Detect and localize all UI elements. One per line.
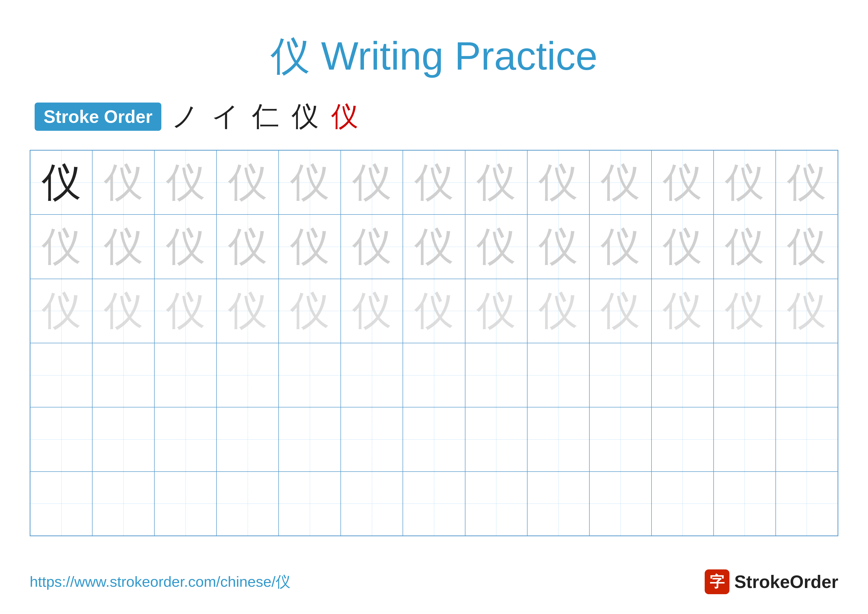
grid-cell: 仪 (776, 279, 838, 343)
grid-cell (714, 407, 776, 471)
stroke-step-2: イ (212, 98, 240, 135)
grid-char: 仪 (228, 284, 268, 337)
grid-cell (527, 472, 589, 536)
grid-cell: 仪 (714, 279, 776, 343)
grid-cell (403, 343, 465, 407)
grid-cell (527, 407, 589, 471)
grid-char: 仪 (290, 156, 330, 209)
grid-cell (651, 407, 714, 471)
grid-cell (154, 472, 217, 536)
grid-char: 仪 (476, 156, 516, 209)
logo-icon: 字 (705, 569, 729, 594)
grid-cell: 仪 (527, 150, 589, 215)
grid-char: 仪 (166, 220, 205, 274)
stroke-step-5: 仪 (331, 98, 358, 135)
stroke-step-4: 仪 (291, 98, 319, 135)
grid-cell (651, 343, 714, 407)
stroke-step-3: 仁 (252, 98, 279, 135)
grid-cell: 仪 (279, 215, 341, 279)
grid-cell (92, 343, 154, 407)
grid-char: 仪 (600, 156, 640, 209)
grid-char: 仪 (414, 156, 454, 209)
grid-cell: 仪 (651, 279, 714, 343)
grid-cell (776, 472, 838, 536)
grid-cell (403, 472, 465, 536)
stroke-steps: ノ イ 仁 仪 仪 (171, 98, 358, 135)
grid-char: 仪 (787, 220, 826, 274)
grid-cell (776, 343, 838, 407)
grid-cell: 仪 (154, 279, 217, 343)
grid-cell (92, 472, 154, 536)
grid-cell (279, 343, 341, 407)
grid-char: 仪 (42, 284, 81, 337)
grid-cell: 仪 (217, 279, 279, 343)
grid-char: 仪 (600, 284, 640, 337)
grid-cell (279, 472, 341, 536)
grid-char: 仪 (787, 156, 826, 209)
grid-cell: 仪 (30, 279, 92, 343)
grid-cell: 仪 (776, 215, 838, 279)
grid-char: 仪 (104, 220, 143, 274)
footer-url: https://www.strokeorder.com/chinese/仪 (30, 572, 290, 592)
grid-cell: 仪 (465, 279, 527, 343)
grid-char: 仪 (290, 284, 330, 337)
grid-cell (30, 472, 92, 536)
grid-cell: 仪 (403, 279, 465, 343)
grid-cell (465, 472, 527, 536)
grid-char: 仪 (228, 156, 268, 209)
grid-cell: 仪 (527, 279, 589, 343)
grid-cell (776, 407, 838, 471)
grid-cell (714, 343, 776, 407)
grid-cell: 仪 (714, 150, 776, 215)
grid-cell: 仪 (154, 215, 217, 279)
grid-char: 仪 (663, 220, 702, 274)
grid-cell (217, 472, 279, 536)
grid-cell: 仪 (217, 215, 279, 279)
grid-char: 仪 (725, 220, 764, 274)
grid-char: 仪 (663, 284, 702, 337)
stroke-step-1: ノ (171, 98, 199, 135)
grid-cell (589, 343, 651, 407)
grid-cell: 仪 (589, 279, 651, 343)
grid-cell: 仪 (714, 215, 776, 279)
grid-cell (30, 407, 92, 471)
grid-char: 仪 (476, 284, 516, 337)
grid-cell: 仪 (403, 215, 465, 279)
grid-char: 仪 (42, 156, 81, 209)
grid-cell: 仪 (776, 150, 838, 215)
grid-cell (651, 472, 714, 536)
stroke-order-badge: Stroke Order (35, 103, 161, 131)
grid-cell (92, 407, 154, 471)
grid-cell (403, 407, 465, 471)
grid-char: 仪 (42, 220, 81, 274)
grid-cell (30, 343, 92, 407)
grid-cell (217, 343, 279, 407)
grid-cell (589, 407, 651, 471)
grid-cell: 仪 (651, 215, 714, 279)
grid-cell: 仪 (341, 215, 403, 279)
grid-cell: 仪 (30, 215, 92, 279)
grid-char: 仪 (352, 156, 392, 209)
grid-cell (341, 343, 403, 407)
grid-cell (341, 407, 403, 471)
grid-cell: 仪 (279, 279, 341, 343)
grid-cell: 仪 (403, 150, 465, 215)
grid-char: 仪 (352, 220, 392, 274)
grid-char: 仪 (538, 284, 578, 337)
grid-char: 仪 (725, 284, 764, 337)
grid-cell: 仪 (92, 150, 154, 215)
grid-cell: 仪 (589, 215, 651, 279)
grid-cell (465, 407, 527, 471)
title-char: 仪 (270, 34, 310, 78)
grid-char: 仪 (538, 156, 578, 209)
grid-cell: 仪 (154, 150, 217, 215)
stroke-order-section: Stroke Order ノ イ 仁 仪 仪 (35, 98, 838, 135)
grid-cell: 仪 (217, 150, 279, 215)
grid-cell: 仪 (92, 279, 154, 343)
grid-char: 仪 (104, 156, 143, 209)
grid-cell (589, 472, 651, 536)
grid-char: 仪 (290, 220, 330, 274)
grid-char: 仪 (725, 156, 764, 209)
page-title: 仪 Writing Practice (270, 34, 598, 78)
grid-char: 仪 (414, 220, 454, 274)
